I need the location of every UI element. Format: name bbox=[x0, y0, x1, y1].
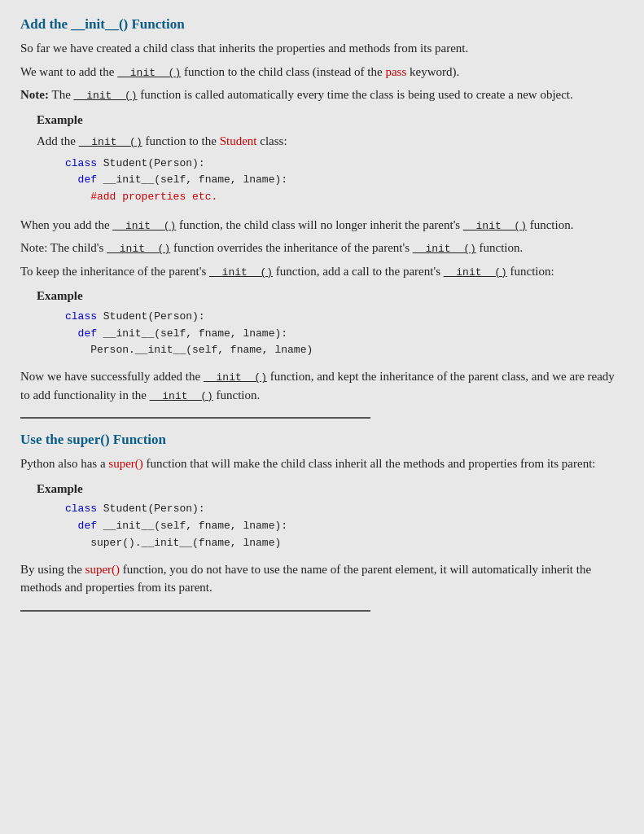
para4-code1: __init__() bbox=[107, 243, 170, 255]
para5-code2: __init__() bbox=[444, 266, 507, 279]
para6-before: Now we have successfully added the bbox=[20, 370, 204, 383]
para4-code2: __init__() bbox=[413, 243, 476, 255]
para3-code2: __init__() bbox=[463, 220, 527, 232]
para2-middle: function to the child class (instead of … bbox=[181, 65, 385, 78]
para3-end: function. bbox=[527, 218, 574, 231]
section2-heading: Use the super() Function bbox=[20, 432, 624, 448]
code1-line3: #add properties etc. bbox=[65, 189, 624, 206]
para5-middle: function, add a call to the parent's bbox=[273, 265, 444, 278]
section2-para1: Python also has a super() function that … bbox=[20, 454, 624, 473]
para2-end: keyword). bbox=[406, 65, 459, 78]
section-init-function: Add the __init__() Function So far we ha… bbox=[20, 16, 624, 419]
para3-before: When you add the bbox=[20, 218, 112, 231]
example-intro-keyword: Student bbox=[220, 134, 257, 147]
code2-line3: Person.__init__(self, fname, lname) bbox=[65, 342, 624, 359]
section1-example-intro: Add the __init__() function to the Stude… bbox=[37, 132, 624, 151]
para5-code1: __init__() bbox=[209, 266, 273, 279]
para4-before: Note: The child's bbox=[20, 241, 107, 254]
divider-1 bbox=[20, 417, 370, 419]
divider-2 bbox=[20, 610, 370, 612]
code2-line2: def __init__(self, fname, lname): bbox=[65, 326, 624, 343]
para2-keyword: pass bbox=[385, 65, 406, 78]
note-end: function is called automatically every t… bbox=[138, 88, 573, 101]
code-block-3: class Student(Person): def __init__(self… bbox=[65, 501, 624, 551]
para4-middle: function overrides the inheritance of th… bbox=[170, 241, 413, 254]
note-code: __init__() bbox=[74, 90, 138, 102]
section1-heading: Add the __init__() Function bbox=[20, 16, 624, 33]
note-text: The bbox=[49, 88, 74, 101]
section-super-function: Use the super() Function Python also has… bbox=[20, 432, 624, 611]
code3-line1: class Student(Person): bbox=[65, 501, 624, 518]
section2-para2: By using the super() function, you do no… bbox=[20, 560, 624, 597]
para5-end: function: bbox=[507, 265, 554, 278]
para5-before: To keep the inheritance of the parent's bbox=[20, 265, 209, 278]
para3-code1: __init__() bbox=[112, 220, 176, 232]
section1-para4: Note: The child's __init__() function ov… bbox=[20, 239, 624, 257]
code3-line3: super().__init__(fname, lname) bbox=[65, 535, 624, 552]
section2-para1-before: Python also has a bbox=[20, 457, 108, 470]
code-block-2: class Student(Person): def __init__(self… bbox=[65, 309, 624, 359]
code2-line1: class Student(Person): bbox=[65, 309, 624, 326]
para3-middle: function, the child class will no longer… bbox=[176, 218, 463, 231]
note-bold: Note: bbox=[20, 88, 49, 101]
code3-line2: def __init__(self, fname, lname): bbox=[65, 518, 624, 535]
code1-line2: def __init__(self, fname, lname): bbox=[65, 172, 624, 189]
section2-para1-code: super() bbox=[108, 457, 142, 470]
section2-para2-code: super() bbox=[85, 563, 120, 576]
section1-para5: To keep the inheritance of the parent's … bbox=[20, 262, 624, 281]
code1-line1: class Student(Person): bbox=[65, 156, 624, 173]
example-intro-before: Add the bbox=[37, 134, 79, 147]
example1-label: Example bbox=[37, 111, 624, 129]
section1-para6: Now we have successfully added the __ini… bbox=[20, 367, 624, 404]
para6-code: __init__() bbox=[204, 371, 267, 384]
section1-para1: So far we have created a child class tha… bbox=[20, 39, 624, 58]
para6-end: function. bbox=[213, 388, 261, 402]
section2-para1-end: function that will make the child class … bbox=[143, 457, 596, 470]
para4-end: function. bbox=[476, 241, 524, 254]
section2-para2-before: By using the bbox=[20, 563, 85, 576]
example-intro-middle: function to the bbox=[142, 134, 220, 147]
example2-label: Example bbox=[37, 287, 624, 305]
section1-para3: When you add the __init__() function, th… bbox=[20, 216, 624, 235]
section1-note: Note: The __init__() function is called … bbox=[20, 86, 624, 104]
section1-para2: We want to add the __init__() function t… bbox=[20, 63, 624, 81]
example-intro-end: class: bbox=[257, 134, 287, 147]
para2-before: We want to add the bbox=[20, 65, 117, 78]
example-intro-code: __init__() bbox=[79, 136, 142, 148]
section2-example-label: Example bbox=[37, 480, 624, 498]
para2-code: __init__() bbox=[117, 67, 181, 79]
code-block-1: class Student(Person): def __init__(self… bbox=[65, 156, 624, 206]
para6-code2: __init__() bbox=[150, 390, 213, 402]
